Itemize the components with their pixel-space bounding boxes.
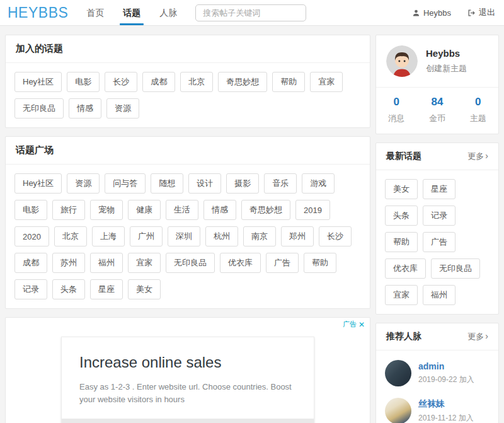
topic-tag[interactable]: 无印良品 <box>431 258 480 279</box>
topic-tag[interactable]: 奇思妙想 <box>241 200 290 220</box>
stat-topics[interactable]: 0 主题 <box>457 96 498 124</box>
topic-tag[interactable]: 深圳 <box>168 226 200 246</box>
user-name[interactable]: 丝袜妹 <box>418 398 474 410</box>
stat-coins[interactable]: 84 金币 <box>417 96 458 124</box>
avatar[interactable] <box>385 360 411 386</box>
topic-tag[interactable]: 福州 <box>90 253 123 273</box>
chevron-right-icon: › <box>485 151 488 161</box>
stat-coins-value: 84 <box>417 96 458 108</box>
topic-tag[interactable]: 广州 <box>130 226 163 246</box>
create-topic-link[interactable]: 创建新主题 <box>426 63 467 74</box>
topic-tag[interactable]: 广告 <box>266 253 299 273</box>
joined-topics-tags: Hey社区电影长沙成都北京奇思妙想帮助宜家无印良品情感资源 <box>6 63 370 127</box>
topic-tag[interactable]: 成都 <box>142 72 175 92</box>
topic-tag[interactable]: 南京 <box>243 226 276 246</box>
topic-tag[interactable]: 广告 <box>423 232 455 252</box>
topic-tag[interactable]: 宠物 <box>90 200 123 220</box>
topic-tag[interactable]: 优衣库 <box>385 258 426 279</box>
topic-tag[interactable]: 北京 <box>180 72 213 92</box>
topic-tag[interactable]: 成都 <box>14 253 47 273</box>
topic-tag[interactable]: 宜家 <box>385 285 418 305</box>
topic-tag[interactable]: 设计 <box>188 173 221 194</box>
profile-stats: 0 消息 84 金币 0 主题 <box>376 88 498 134</box>
topic-tag[interactable]: 生活 <box>166 200 198 220</box>
topic-tag[interactable]: 健康 <box>128 200 161 220</box>
topic-tag[interactable]: 电影 <box>14 200 47 220</box>
topic-tag[interactable]: 郑州 <box>281 226 314 246</box>
search-input[interactable] <box>195 4 306 21</box>
topic-tag[interactable]: 帮助 <box>385 232 418 252</box>
topic-tag[interactable]: 星座 <box>423 179 455 199</box>
stat-coins-label: 金币 <box>417 113 458 124</box>
topic-plaza-card: 话题广场 Hey社区资源问与答随想设计摄影音乐游戏电影旅行宠物健康生活情感奇思妙… <box>5 136 370 309</box>
recommended-people-card: 推荐人脉 更多› admin2019-09-22 加入丝袜妹2019-11-12… <box>375 323 499 423</box>
topic-tag[interactable]: Hey社区 <box>14 72 62 92</box>
topic-tag[interactable]: 无印良品 <box>166 253 215 273</box>
topic-tag[interactable]: 电影 <box>67 72 100 92</box>
topic-tag[interactable]: 北京 <box>54 226 87 246</box>
topic-tag[interactable]: 头条 <box>52 279 85 299</box>
user-menu[interactable]: Heybbs <box>412 8 451 18</box>
ad-creative: Increase online sales Easy as 1-2-3 . En… <box>61 337 314 423</box>
top-navbar: HEYBBS 首页 话题 人脉 Heybbs 退出 <box>0 0 504 26</box>
main-column: 加入的话题 Hey社区电影长沙成都北京奇思妙想帮助宜家无印良品情感资源 话题广场… <box>5 35 370 423</box>
profile-avatar[interactable] <box>386 45 418 77</box>
profile-top: Heybbs 创建新主题 <box>376 35 498 88</box>
latest-topics-more-link[interactable]: 更多› <box>467 151 488 162</box>
topic-tag[interactable]: 美女 <box>128 279 161 299</box>
topic-tag[interactable]: 2019 <box>295 200 330 220</box>
topic-tag[interactable]: 资源 <box>106 98 139 119</box>
topic-tag[interactable]: 头条 <box>385 206 418 226</box>
stat-messages-value: 0 <box>376 96 417 108</box>
topic-tag[interactable]: 帮助 <box>304 253 336 273</box>
topic-tag[interactable]: 问与答 <box>105 173 146 194</box>
topic-plaza-title: 话题广场 <box>6 137 370 165</box>
topic-tag[interactable]: 上海 <box>92 226 125 246</box>
latest-topics-title: 最新话题 <box>386 151 421 162</box>
topic-tag[interactable]: 2020 <box>14 226 49 246</box>
topic-tag[interactable]: 星座 <box>90 279 123 299</box>
topic-tag[interactable]: 帮助 <box>272 72 305 92</box>
topic-tag[interactable]: 游戏 <box>302 173 335 194</box>
topic-tag[interactable]: 旅行 <box>52 200 85 220</box>
topic-tag[interactable]: 记录 <box>423 206 455 226</box>
nav-item-topics[interactable]: 话题 <box>113 0 150 25</box>
topic-tag[interactable]: 宜家 <box>128 253 161 273</box>
topic-tag[interactable]: 优衣库 <box>220 253 261 273</box>
topic-tag[interactable]: 音乐 <box>264 173 297 194</box>
recommended-people-more-link[interactable]: 更多› <box>467 331 488 342</box>
chevron-right-icon: › <box>485 331 488 341</box>
avatar[interactable] <box>385 398 411 423</box>
topic-tag[interactable]: Hey社区 <box>14 173 62 194</box>
topic-tag[interactable]: 情感 <box>203 200 236 220</box>
more-label: 更多 <box>467 332 484 341</box>
ad-title: Increase online sales <box>79 354 296 371</box>
topic-tag[interactable]: 杭州 <box>205 226 238 246</box>
latest-topics-tags: 美女星座头条记录帮助广告优衣库无印良品宜家福州 <box>376 170 498 314</box>
nav-item-home[interactable]: 首页 <box>77 0 113 25</box>
topic-tag[interactable]: 记录 <box>14 279 47 299</box>
navbar-right: Heybbs 退出 <box>412 7 498 18</box>
logout-button[interactable]: 退出 <box>467 7 495 18</box>
ad-description: Easy as 1-2-3 . Enter website url. Choos… <box>79 381 296 406</box>
topic-tag[interactable]: 摄影 <box>226 173 259 194</box>
topic-tag[interactable]: 福州 <box>423 285 455 305</box>
user-name[interactable]: admin <box>418 361 474 371</box>
nav-item-people[interactable]: 人脉 <box>150 0 186 25</box>
ad-footer: Boost-traffic.io OPEN <box>62 419 314 423</box>
topic-tag[interactable]: 长沙 <box>105 72 137 92</box>
profile-card: Heybbs 创建新主题 0 消息 84 金币 0 主题 <box>375 35 499 134</box>
topic-tag[interactable]: 奇思妙想 <box>218 72 267 92</box>
topic-tag[interactable]: 苏州 <box>52 253 85 273</box>
topic-tag[interactable]: 资源 <box>67 173 100 194</box>
topic-tag[interactable]: 无印良品 <box>14 98 64 119</box>
topic-tag[interactable]: 情感 <box>69 98 101 119</box>
topic-tag[interactable]: 随想 <box>151 173 183 194</box>
topic-tag[interactable]: 宜家 <box>310 72 343 92</box>
ad-close-icon[interactable]: ✕ <box>358 320 365 329</box>
ad-text-block: Increase online sales Easy as 1-2-3 . En… <box>62 337 314 419</box>
stat-messages[interactable]: 0 消息 <box>376 96 417 124</box>
topic-tag[interactable]: 美女 <box>385 179 418 199</box>
site-logo[interactable]: HEYBBS <box>8 4 68 21</box>
topic-tag[interactable]: 长沙 <box>319 226 352 246</box>
